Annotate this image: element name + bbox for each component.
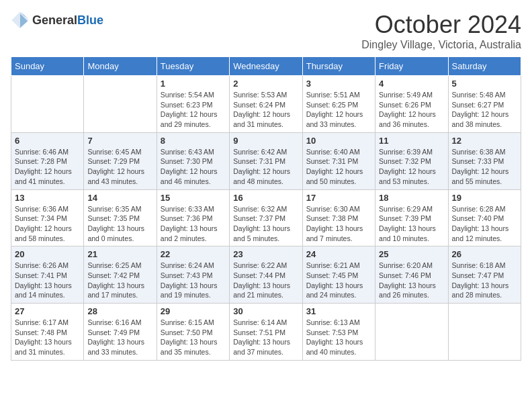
month-title: October 2024: [361, 11, 521, 39]
calendar-cell: 28Sunrise: 6:16 AMSunset: 7:49 PMDayligh…: [84, 304, 157, 361]
calendar-cell: [375, 304, 448, 361]
day-number: 19: [452, 193, 517, 203]
day-number: 28: [87, 306, 152, 316]
calendar-cell: 3Sunrise: 5:51 AMSunset: 6:25 PMDaylight…: [302, 76, 375, 133]
day-info: Sunrise: 6:32 AMSunset: 7:37 PMDaylight:…: [233, 204, 298, 244]
day-number: 18: [379, 193, 444, 203]
logo-general: General: [32, 13, 77, 27]
calendar-cell: 4Sunrise: 5:49 AMSunset: 6:26 PMDaylight…: [375, 76, 448, 133]
day-info: Sunrise: 6:28 AMSunset: 7:40 PMDaylight:…: [452, 204, 517, 244]
calendar-cell: 13Sunrise: 6:36 AMSunset: 7:34 PMDayligh…: [11, 189, 84, 246]
calendar-cell: 27Sunrise: 6:17 AMSunset: 7:48 PMDayligh…: [11, 304, 84, 361]
calendar-cell: 14Sunrise: 6:35 AMSunset: 7:35 PMDayligh…: [84, 189, 157, 246]
day-number: 10: [306, 136, 371, 146]
calendar-cell: 22Sunrise: 6:24 AMSunset: 7:43 PMDayligh…: [157, 246, 229, 304]
weekday-header-sunday: Sunday: [11, 57, 84, 76]
calendar-cell: 16Sunrise: 6:32 AMSunset: 7:37 PMDayligh…: [230, 189, 302, 246]
logo-text: GeneralBlue: [32, 13, 103, 28]
day-info: Sunrise: 5:51 AMSunset: 6:25 PMDaylight:…: [306, 90, 371, 130]
calendar-cell: 31Sunrise: 6:13 AMSunset: 7:53 PMDayligh…: [302, 304, 375, 361]
calendar-cell: 24Sunrise: 6:21 AMSunset: 7:45 PMDayligh…: [302, 246, 375, 304]
logo-icon: [11, 11, 30, 30]
logo-blue: Blue: [77, 13, 103, 27]
day-info: Sunrise: 6:38 AMSunset: 7:33 PMDaylight:…: [452, 147, 517, 187]
calendar-cell: 11Sunrise: 6:39 AMSunset: 7:32 PMDayligh…: [375, 132, 448, 189]
calendar-week-row: 6Sunrise: 6:46 AMSunset: 7:28 PMDaylight…: [11, 132, 521, 189]
page-header: GeneralBlue October 2024 Dingley Village…: [11, 11, 521, 51]
day-number: 30: [233, 306, 298, 316]
day-number: 25: [379, 249, 444, 259]
day-info: Sunrise: 6:13 AMSunset: 7:53 PMDaylight:…: [306, 318, 371, 357]
day-number: 11: [379, 136, 444, 146]
calendar-week-row: 1Sunrise: 5:54 AMSunset: 6:23 PMDaylight…: [11, 76, 521, 133]
calendar-week-row: 20Sunrise: 6:26 AMSunset: 7:41 PMDayligh…: [11, 246, 521, 304]
day-number: 27: [15, 306, 80, 316]
day-number: 26: [452, 249, 517, 259]
day-info: Sunrise: 6:18 AMSunset: 7:47 PMDaylight:…: [452, 261, 517, 300]
day-number: 15: [161, 193, 226, 203]
weekday-header-friday: Friday: [375, 57, 448, 76]
day-number: 13: [15, 193, 80, 203]
calendar-header-row: SundayMondayTuesdayWednesdayThursdayFrid…: [11, 57, 521, 76]
calendar-cell: 8Sunrise: 6:43 AMSunset: 7:30 PMDaylight…: [157, 132, 229, 189]
day-info: Sunrise: 6:43 AMSunset: 7:30 PMDaylight:…: [161, 147, 226, 187]
day-info: Sunrise: 6:21 AMSunset: 7:45 PMDaylight:…: [306, 261, 371, 300]
day-number: 21: [87, 249, 152, 259]
day-info: Sunrise: 6:15 AMSunset: 7:50 PMDaylight:…: [161, 318, 226, 357]
day-info: Sunrise: 6:42 AMSunset: 7:31 PMDaylight:…: [233, 147, 298, 187]
calendar-cell: 20Sunrise: 6:26 AMSunset: 7:41 PMDayligh…: [11, 246, 84, 304]
calendar-cell: 30Sunrise: 6:14 AMSunset: 7:51 PMDayligh…: [230, 304, 302, 361]
calendar-week-row: 13Sunrise: 6:36 AMSunset: 7:34 PMDayligh…: [11, 189, 521, 246]
day-number: 22: [161, 249, 226, 259]
weekday-header-wednesday: Wednesday: [230, 57, 302, 76]
calendar-cell: 5Sunrise: 5:48 AMSunset: 6:27 PMDaylight…: [448, 76, 521, 133]
calendar-table: SundayMondayTuesdayWednesdayThursdayFrid…: [11, 56, 521, 361]
calendar-cell: 15Sunrise: 6:33 AMSunset: 7:36 PMDayligh…: [157, 189, 229, 246]
calendar-cell: 18Sunrise: 6:29 AMSunset: 7:39 PMDayligh…: [375, 189, 448, 246]
logo: GeneralBlue: [11, 11, 103, 30]
calendar-cell: 6Sunrise: 6:46 AMSunset: 7:28 PMDaylight…: [11, 132, 84, 189]
calendar-cell: 12Sunrise: 6:38 AMSunset: 7:33 PMDayligh…: [448, 132, 521, 189]
calendar-cell: 29Sunrise: 6:15 AMSunset: 7:50 PMDayligh…: [157, 304, 229, 361]
calendar-cell: 10Sunrise: 6:40 AMSunset: 7:31 PMDayligh…: [302, 132, 375, 189]
day-number: 7: [87, 136, 152, 146]
day-number: 20: [15, 249, 80, 259]
day-number: 8: [161, 136, 226, 146]
weekday-header-saturday: Saturday: [448, 57, 521, 76]
day-number: 5: [452, 79, 517, 89]
day-number: 14: [87, 193, 152, 203]
day-info: Sunrise: 6:25 AMSunset: 7:42 PMDaylight:…: [87, 261, 152, 300]
day-info: Sunrise: 6:39 AMSunset: 7:32 PMDaylight:…: [379, 147, 444, 187]
day-info: Sunrise: 6:16 AMSunset: 7:49 PMDaylight:…: [87, 318, 152, 357]
day-info: Sunrise: 5:48 AMSunset: 6:27 PMDaylight:…: [452, 90, 517, 130]
day-info: Sunrise: 6:29 AMSunset: 7:39 PMDaylight:…: [379, 204, 444, 244]
calendar-week-row: 27Sunrise: 6:17 AMSunset: 7:48 PMDayligh…: [11, 304, 521, 361]
day-info: Sunrise: 6:20 AMSunset: 7:46 PMDaylight:…: [379, 261, 444, 300]
calendar-cell: 21Sunrise: 6:25 AMSunset: 7:42 PMDayligh…: [84, 246, 157, 304]
day-number: 23: [233, 249, 298, 259]
day-info: Sunrise: 6:22 AMSunset: 7:44 PMDaylight:…: [233, 261, 298, 300]
calendar-cell: 2Sunrise: 5:53 AMSunset: 6:24 PMDaylight…: [230, 76, 302, 133]
day-number: 12: [452, 136, 517, 146]
day-info: Sunrise: 6:17 AMSunset: 7:48 PMDaylight:…: [15, 318, 80, 357]
day-info: Sunrise: 6:14 AMSunset: 7:51 PMDaylight:…: [233, 318, 298, 357]
weekday-header-thursday: Thursday: [302, 57, 375, 76]
day-info: Sunrise: 6:46 AMSunset: 7:28 PMDaylight:…: [15, 147, 80, 187]
calendar-cell: [84, 76, 157, 133]
location-title: Dingley Village, Victoria, Australia: [361, 39, 521, 51]
day-number: 1: [161, 79, 226, 89]
title-block: October 2024 Dingley Village, Victoria, …: [361, 11, 521, 51]
weekday-header-monday: Monday: [84, 57, 157, 76]
day-number: 9: [233, 136, 298, 146]
day-info: Sunrise: 6:45 AMSunset: 7:29 PMDaylight:…: [87, 147, 152, 187]
calendar-cell: 1Sunrise: 5:54 AMSunset: 6:23 PMDaylight…: [157, 76, 229, 133]
day-info: Sunrise: 5:54 AMSunset: 6:23 PMDaylight:…: [161, 90, 226, 130]
calendar-cell: 7Sunrise: 6:45 AMSunset: 7:29 PMDaylight…: [84, 132, 157, 189]
calendar-cell: 23Sunrise: 6:22 AMSunset: 7:44 PMDayligh…: [230, 246, 302, 304]
calendar-cell: 19Sunrise: 6:28 AMSunset: 7:40 PMDayligh…: [448, 189, 521, 246]
day-number: 3: [306, 79, 371, 89]
day-number: 17: [306, 193, 371, 203]
calendar-cell: [448, 304, 521, 361]
day-info: Sunrise: 5:53 AMSunset: 6:24 PMDaylight:…: [233, 90, 298, 130]
day-info: Sunrise: 6:26 AMSunset: 7:41 PMDaylight:…: [15, 261, 80, 300]
